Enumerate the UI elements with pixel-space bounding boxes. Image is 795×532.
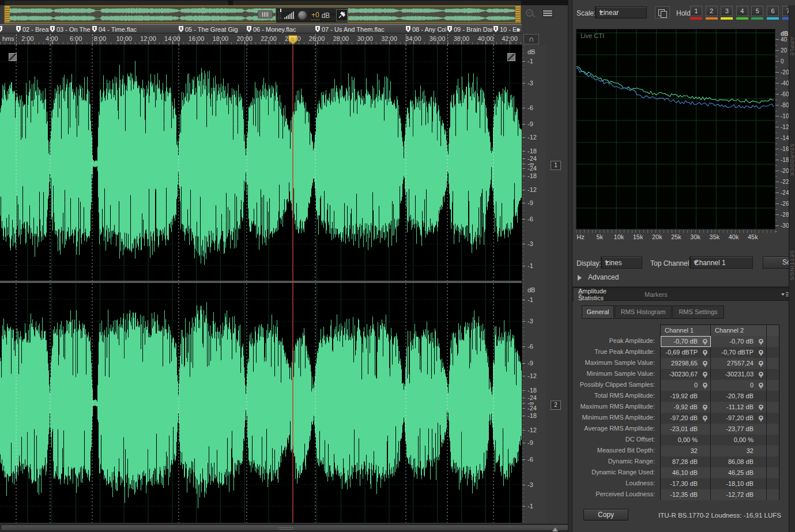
stats-cell[interactable]: -9,92 dB [661,402,711,413]
zoom-out-icon[interactable] [526,9,533,17]
location-pin-icon[interactable] [759,350,763,354]
stats-cell[interactable]: -97,20 dB [711,413,767,424]
location-pin-icon[interactable] [703,372,707,376]
scroll-up-arrow[interactable] [552,525,558,531]
selection-handle-left[interactable] [9,53,17,61]
hud-pin-button[interactable] [336,9,348,21]
marker-label[interactable]: 03 - On The R [56,26,91,33]
stats-cell[interactable]: 29298,65 [661,358,711,369]
stats-cell[interactable]: -20,78 dB [711,391,767,402]
frequency-graph[interactable] [576,29,775,229]
stats-cell[interactable]: -0,69 dBTP [661,347,711,358]
scrollbar-grip[interactable] [278,527,293,530]
marker-label[interactable]: 05 - The Great Gig [185,26,246,33]
copy-button[interactable]: Copy [583,509,628,520]
stats-cell[interactable]: -11,12 dB [711,402,767,413]
stats-cell[interactable]: 32 [661,446,711,456]
top-channel-dropdown[interactable]: Channel 1 [689,256,753,269]
marker-flag[interactable] [315,26,320,32]
stats-cell[interactable]: -0,70 dB [711,336,767,347]
location-pin-icon[interactable] [759,405,763,409]
hold-button-2[interactable]: 2 [706,6,718,16]
hold-button-6[interactable]: 6 [767,6,779,16]
hold-button-3[interactable]: 3 [721,6,733,16]
location-pin-icon[interactable] [759,416,763,420]
location-pin-icon[interactable] [759,361,763,365]
close-icon[interactable]: × [578,291,582,298]
marker-label[interactable]: 06 - Money.flac [253,26,314,33]
waveform-display[interactable] [0,45,522,523]
marker-strip[interactable]: ▶ 02 - Breat03 - On The R04 - Time.flac0… [0,24,522,33]
gain-value[interactable]: +0 [311,11,319,20]
scale-dropdown[interactable]: Linear [595,6,647,18]
stats-cell[interactable]: -23,77 dB [711,424,767,435]
navigator-right-handle[interactable] [515,6,520,22]
channel-2-button[interactable]: 2 [551,401,561,410]
snap-magnet-button[interactable]: ∩ [523,34,539,44]
location-pin-icon[interactable] [703,339,707,344]
marker-flag[interactable] [447,26,452,32]
advanced-expander-icon[interactable] [578,275,585,281]
stats-cell[interactable]: 0,00 % [711,435,767,446]
hold-button-4[interactable]: 4 [736,6,748,16]
tab-rms-histogram[interactable]: RMS Histogram [615,305,672,319]
stats-cell[interactable]: 46,25 dB [711,467,767,478]
timeline-ruler[interactable]: hms 2:004:006:008:0010:0012:0014:0016:00… [0,34,522,45]
marker-label[interactable]: 09 - Brain Dam [454,26,492,33]
panel-list-icon[interactable] [542,10,553,17]
marker-flag[interactable] [179,26,183,32]
marker-flag[interactable] [50,26,55,32]
stats-cell[interactable]: -30231,03 [711,369,767,380]
location-pin-icon[interactable] [759,339,763,344]
location-pin-icon[interactable] [703,383,707,387]
zoom-navigator[interactable] [5,6,521,23]
marker-flag[interactable] [406,26,410,32]
marker-flag[interactable] [493,26,498,32]
stats-cell[interactable]: -12,35 dB [661,489,711,500]
panel-splitter[interactable] [568,0,572,532]
marker-label[interactable]: 04 - Time.flac [99,26,178,33]
location-pin-icon[interactable] [759,383,763,387]
stats-cell[interactable]: -19,92 dB [661,391,711,402]
stats-cell[interactable]: 32 [711,446,767,456]
stats-cell[interactable]: -17,30 dB [661,478,711,489]
advanced-label[interactable]: Advanced [588,273,619,281]
marker-label[interactable]: 02 - Breat [22,26,49,33]
navigator-center-grip[interactable] [258,10,273,18]
location-pin-icon[interactable] [703,350,707,354]
hold-button-5[interactable]: 5 [751,6,763,16]
tab-general[interactable]: General [582,305,614,319]
display-dropdown[interactable]: Lines [601,256,642,269]
stats-cell[interactable]: -18,10 dB [711,478,767,489]
location-pin-icon[interactable] [703,361,707,365]
stats-cell[interactable]: -97,20 dB [661,413,711,424]
stats-cell[interactable]: -12,72 dB [711,489,767,500]
marker-label[interactable]: 08 - Any Col [412,26,446,33]
marker-flag[interactable] [16,26,21,32]
horizontal-scrollbar[interactable] [1,525,569,531]
time-format-label[interactable]: hms [2,35,14,42]
stats-cell[interactable]: 46,10 dB [661,467,711,478]
location-pin-icon[interactable] [703,405,707,409]
db-ruler[interactable]: dB-1-1-3-3-6-6-9-9-12-12-18-18-24-24-∞dB… [522,45,546,523]
marker-label[interactable]: 10 - Ec [500,26,520,33]
channel-1-button[interactable]: 1 [551,161,561,170]
stats-cell[interactable]: -30230,67 [661,369,711,380]
navigator-left-handle[interactable] [5,6,10,22]
location-pin-icon[interactable] [759,372,763,376]
marker-flag[interactable] [247,26,251,32]
stats-cell[interactable]: 0,00 % [661,435,711,446]
stats-cell[interactable]: -0,70 dB [661,336,711,347]
copy-graph-button[interactable] [655,6,670,18]
location-pin-icon[interactable] [703,416,707,420]
stats-cell[interactable]: 87,28 dB [661,456,711,467]
tab-markers[interactable]: Markers [640,288,649,301]
stats-cell[interactable]: 27557,24 [711,358,767,369]
gain-knob[interactable] [297,10,308,21]
stats-cell[interactable]: -23,01 dB [661,424,711,435]
stats-cell[interactable]: 86,08 dB [711,456,767,467]
tab-amplitude-statistics[interactable]: Amplitude Statistics× [574,288,583,301]
stats-cell[interactable]: -0,70 dBTP [711,347,767,358]
marker-flag[interactable] [0,26,2,32]
marker-label[interactable]: 07 - Us And Them.flac [322,26,405,33]
